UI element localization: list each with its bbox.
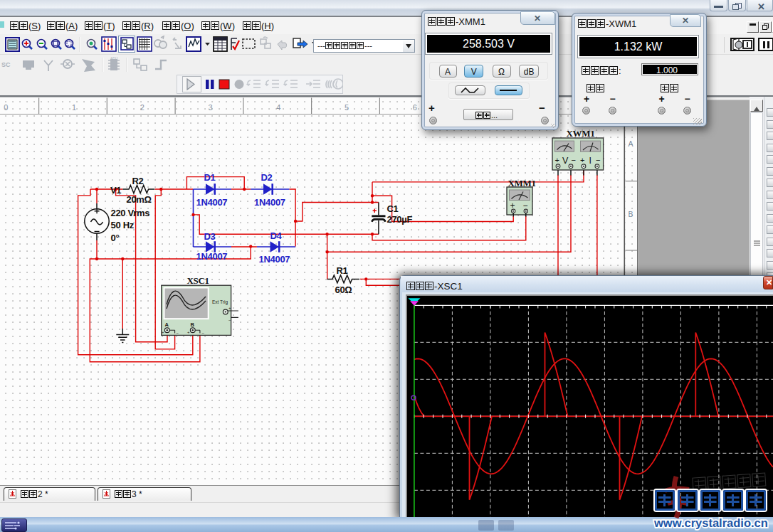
svg-text:ADU: ADU xyxy=(110,56,118,60)
svg-text:C1: C1 xyxy=(387,203,399,214)
svg-text:B: B xyxy=(191,321,195,328)
svg-text:5: 5 xyxy=(345,103,349,112)
svg-text:+: + xyxy=(187,330,190,334)
svg-text:A: A xyxy=(165,321,169,328)
svg-text:1N4007: 1N4007 xyxy=(254,197,285,208)
svg-text:+: + xyxy=(162,330,164,334)
svg-text:−: − xyxy=(572,156,576,164)
svg-text:0°: 0° xyxy=(111,233,120,243)
svg-text:V1: V1 xyxy=(110,185,121,196)
svg-text:D4: D4 xyxy=(270,230,283,241)
svg-text:+: + xyxy=(580,156,584,164)
svg-text:XWM1: XWM1 xyxy=(567,128,595,139)
svg-text:1N4007: 1N4007 xyxy=(259,254,290,265)
svg-text:D1: D1 xyxy=(204,172,216,183)
svg-text:D3: D3 xyxy=(204,231,216,242)
svg-text:B: B xyxy=(629,210,633,218)
svg-text:3: 3 xyxy=(209,103,213,112)
svg-text:A: A xyxy=(629,139,633,148)
svg-text:I: I xyxy=(589,156,591,166)
svg-text:−: − xyxy=(596,156,600,164)
svg-text:220 Vrms: 220 Vrms xyxy=(111,208,150,218)
svg-text:270µF: 270µF xyxy=(387,214,413,225)
svg-text:50 Hz: 50 Hz xyxy=(111,220,135,230)
svg-text:1N4007: 1N4007 xyxy=(196,251,228,262)
svg-text:−: − xyxy=(177,331,179,335)
svg-text:+: + xyxy=(555,156,559,164)
svg-text:D2: D2 xyxy=(261,172,273,183)
svg-text:SC: SC xyxy=(1,61,11,68)
svg-text:0: 0 xyxy=(4,103,8,112)
svg-text:60Ω: 60Ω xyxy=(335,284,352,295)
svg-text:1: 1 xyxy=(72,103,76,112)
svg-text:V: V xyxy=(562,156,569,166)
svg-text:4: 4 xyxy=(276,103,280,112)
svg-text:XMM1: XMM1 xyxy=(508,178,536,188)
svg-text:6: 6 xyxy=(413,103,417,112)
svg-text:20mΩ: 20mΩ xyxy=(127,194,152,205)
svg-text:R1: R1 xyxy=(337,265,348,276)
svg-text:−: − xyxy=(228,318,231,322)
svg-text:+: + xyxy=(510,201,515,211)
svg-text:R2: R2 xyxy=(132,176,144,186)
svg-text:2: 2 xyxy=(140,103,144,112)
svg-text:Ext Trig: Ext Trig xyxy=(212,299,228,305)
svg-text:−: − xyxy=(202,331,205,335)
svg-text:+: + xyxy=(228,306,231,310)
svg-text:1N4007: 1N4007 xyxy=(196,197,228,208)
svg-text:−: − xyxy=(523,201,528,211)
svg-text:XSC1: XSC1 xyxy=(187,275,209,286)
